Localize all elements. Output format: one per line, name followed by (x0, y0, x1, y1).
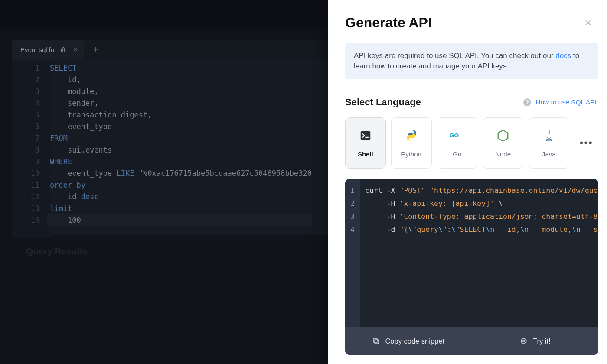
svg-text:GO: GO (450, 132, 459, 139)
target-icon (520, 337, 528, 345)
go-icon: GO (450, 129, 464, 143)
language-shell[interactable]: Shell (345, 117, 386, 169)
snippet-gutter: 1234 (345, 179, 360, 327)
python-icon (405, 129, 418, 143)
language-label: Python (401, 150, 421, 158)
try-it-button[interactable]: Try it! (472, 337, 599, 345)
language-java[interactable]: Java (529, 117, 569, 169)
generate-api-panel: Generate API × API keys are required to … (328, 0, 607, 364)
help-icon: ? (523, 98, 531, 106)
language-label: Go (453, 150, 461, 158)
language-label: Shell (358, 150, 373, 158)
how-to-use-group: ? How to use SQL API (523, 98, 597, 106)
java-icon (543, 129, 555, 143)
copy-icon (372, 337, 380, 345)
svg-point-5 (523, 340, 525, 342)
svg-rect-2 (375, 340, 379, 344)
language-label: Node (495, 150, 511, 158)
panel-header: Generate API × (345, 15, 598, 31)
info-text-prefix: API keys are required to use SQL API. Yo… (354, 52, 555, 60)
shell-icon (359, 129, 372, 143)
copy-code-label: Copy code snippet (385, 337, 444, 345)
svg-rect-0 (361, 131, 371, 140)
language-node[interactable]: Node (483, 117, 523, 169)
code-snippet-box: 1234 curl -X "POST" "https://api.chainba… (345, 179, 598, 355)
select-language-title: Select Language (345, 97, 421, 108)
try-it-label: Try it! (533, 337, 551, 345)
svg-rect-3 (373, 338, 377, 342)
node-icon (496, 129, 509, 143)
panel-title: Generate API (345, 15, 432, 31)
svg-point-4 (521, 338, 526, 344)
select-language-row: Select Language ? How to use SQL API (345, 97, 598, 108)
snippet-body: 1234 curl -X "POST" "https://api.chainba… (345, 179, 598, 327)
snippet-footer: Copy code snippet Try it! (345, 327, 598, 355)
how-to-use-link[interactable]: How to use SQL API (535, 98, 597, 106)
close-icon[interactable]: × (585, 16, 591, 29)
snippet-code[interactable]: curl -X "POST" "https://api.chainbase.on… (360, 179, 598, 327)
language-selector-row: ShellPythonGOGoNodeJava••• (345, 117, 598, 169)
language-label: Java (542, 150, 556, 158)
docs-link[interactable]: docs (555, 52, 571, 60)
copy-code-button[interactable]: Copy code snippet (345, 337, 472, 345)
language-python[interactable]: Python (391, 117, 432, 169)
api-keys-info-box: API keys are required to use SQL API. Yo… (345, 43, 598, 79)
more-languages-button[interactable]: ••• (574, 117, 598, 169)
language-go[interactable]: GOGo (437, 117, 478, 169)
